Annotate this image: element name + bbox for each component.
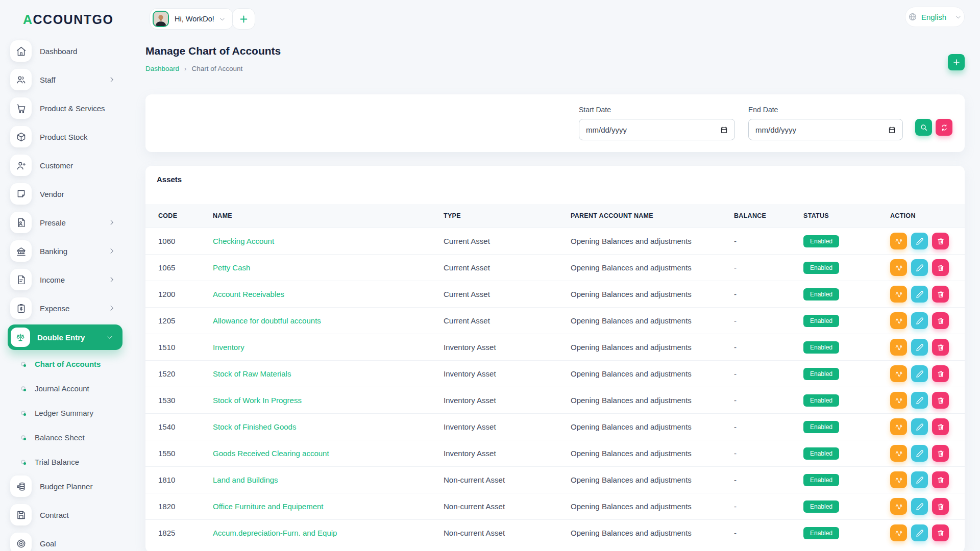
sidebar-subitem-trial-balance[interactable]: Trial Balance (0, 449, 138, 474)
account-name-link[interactable]: Petty Cash (213, 263, 250, 272)
account-name-link[interactable]: Office Furniture and Equipement (213, 502, 324, 511)
table-row: 1550Goods Received Clearing accountInven… (145, 440, 965, 466)
activity-button[interactable] (890, 312, 907, 329)
activity-button[interactable] (890, 259, 907, 276)
cart-icon (10, 97, 32, 119)
sidebar-item-customer[interactable]: Customer (0, 153, 138, 178)
delete-button[interactable] (932, 365, 949, 382)
activity-button[interactable] (890, 471, 907, 488)
sidebar-item-double-entry[interactable]: Double Entry (8, 324, 122, 350)
bullet-icon (21, 435, 26, 440)
sidebar-item-product-stock[interactable]: Product Stock (0, 124, 138, 149)
delete-icon (937, 370, 945, 378)
delete-button[interactable] (932, 418, 949, 435)
end-date-input[interactable]: mm/dd/yyyy (748, 119, 903, 140)
language-selector[interactable]: English (905, 7, 965, 27)
account-name-link[interactable]: Accum.depreciation-Furn. and Equip (213, 529, 337, 537)
edit-button[interactable] (911, 392, 928, 409)
delete-button[interactable] (932, 259, 949, 276)
cell-type: Current Asset (444, 263, 571, 272)
delete-button[interactable] (932, 524, 949, 541)
cell-type: Current Asset (444, 237, 571, 245)
edit-button[interactable] (911, 445, 928, 462)
edit-button[interactable] (911, 524, 928, 541)
activity-button[interactable] (890, 392, 907, 409)
breadcrumb-dashboard-link[interactable]: Dashboard (145, 65, 179, 72)
activity-button[interactable] (890, 418, 907, 435)
activity-icon (895, 396, 903, 405)
account-name-link[interactable]: Stock of Finished Goods (213, 422, 296, 431)
calendar-icon[interactable] (888, 126, 896, 134)
user-menu[interactable]: Hi, WorkDo! (150, 8, 233, 30)
cell-type: Inventory Asset (444, 396, 571, 405)
delete-button[interactable] (932, 392, 949, 409)
activity-icon (895, 237, 903, 245)
sidebar-item-product-services[interactable]: Product & Services (0, 96, 138, 120)
edit-button[interactable] (911, 418, 928, 435)
account-name-link[interactable]: Allowance for doubtful accounts (213, 316, 321, 325)
delete-button[interactable] (932, 312, 949, 329)
cell-balance: - (734, 396, 803, 405)
sidebar-subitem-journal-account[interactable]: Journal Account (0, 376, 138, 400)
sidebar-item-label: Banking (40, 247, 67, 256)
account-name-link[interactable]: Goods Received Clearing account (213, 449, 329, 458)
chevron-right-icon (108, 247, 115, 255)
cell-code: 1520 (158, 369, 213, 378)
sidebar-item-staff[interactable]: Staff (0, 67, 138, 92)
account-name-link[interactable]: Land and Buildings (213, 475, 278, 484)
edit-button[interactable] (911, 339, 928, 356)
activity-button[interactable] (890, 233, 907, 249)
account-name-link[interactable]: Checking Account (213, 237, 274, 245)
account-name-link[interactable]: Stock of Raw Materials (213, 369, 291, 378)
delete-button[interactable] (932, 286, 949, 303)
activity-button[interactable] (890, 498, 907, 515)
edit-button[interactable] (911, 259, 928, 276)
account-name-link[interactable]: Account Receivables (213, 290, 284, 298)
sidebar-item-dashboard[interactable]: Dashboard (0, 39, 138, 63)
search-button[interactable] (915, 119, 932, 136)
activity-button[interactable] (890, 524, 907, 541)
edit-button[interactable] (911, 365, 928, 382)
delete-button[interactable] (932, 339, 949, 356)
activity-button[interactable] (890, 339, 907, 356)
cell-parent: Opening Balances and adjustments (571, 475, 734, 484)
activity-button[interactable] (890, 445, 907, 462)
edit-button[interactable] (911, 233, 928, 249)
delete-button[interactable] (932, 498, 949, 515)
workspace-add-button[interactable] (232, 8, 255, 30)
edit-button[interactable] (911, 471, 928, 488)
delete-button[interactable] (932, 233, 949, 249)
delete-icon (937, 317, 945, 325)
sidebar-item-contract[interactable]: Contract (0, 503, 138, 527)
delete-button[interactable] (932, 445, 949, 462)
sidebar-subitem-ledger-summary[interactable]: Ledger Summary (0, 400, 138, 425)
user-plus-icon (10, 155, 32, 176)
column-header-type: TYPE (444, 212, 571, 219)
sidebar-item-label: Product & Services (40, 104, 105, 113)
sidebar-item-income[interactable]: Income (0, 267, 138, 292)
calendar-icon[interactable] (720, 126, 728, 134)
sidebar-item-budget-planner[interactable]: Budget Planner (0, 474, 138, 498)
account-name-link[interactable]: Stock of Work In Progress (213, 396, 302, 405)
start-date-input[interactable]: mm/dd/yyyy (579, 119, 735, 140)
reset-button[interactable] (936, 119, 952, 136)
sidebar-item-goal[interactable]: Goal (0, 531, 138, 551)
add-account-button[interactable] (948, 54, 965, 70)
edit-icon (916, 476, 924, 484)
account-name-link[interactable]: Inventory (213, 343, 244, 352)
sidebar-item-vendor[interactable]: Vendor (0, 182, 138, 206)
delete-icon (937, 449, 945, 458)
activity-button[interactable] (890, 365, 907, 382)
sidebar-subitem-balance-sheet[interactable]: Balance Sheet (0, 425, 138, 449)
cell-balance: - (734, 449, 803, 458)
edit-button[interactable] (911, 312, 928, 329)
delete-button[interactable] (932, 471, 949, 488)
chevron-right-icon (108, 76, 115, 83)
sidebar-item-expense[interactable]: Expense (0, 296, 138, 320)
edit-button[interactable] (911, 498, 928, 515)
activity-button[interactable] (890, 286, 907, 303)
sidebar-item-presale[interactable]: Presale (0, 210, 138, 235)
edit-button[interactable] (911, 286, 928, 303)
sidebar-subitem-chart-of-accounts[interactable]: Chart of Accounts (0, 352, 138, 376)
sidebar-item-banking[interactable]: Banking (0, 239, 138, 263)
